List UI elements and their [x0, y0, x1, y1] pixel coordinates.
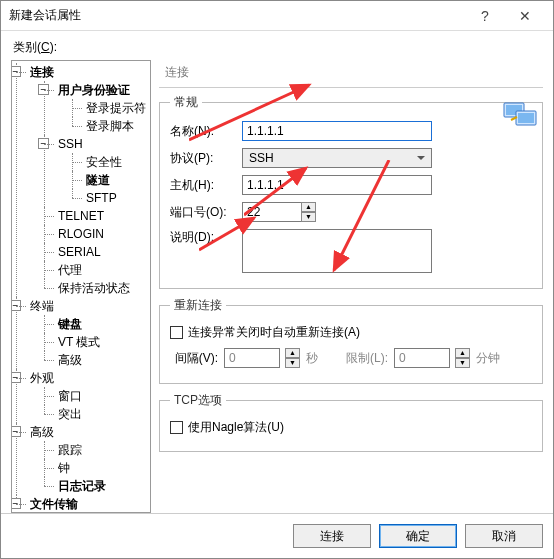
computer-icon	[503, 100, 537, 128]
desc-textarea[interactable]	[242, 229, 432, 273]
port-stepper[interactable]: ▲▼	[301, 202, 316, 222]
chevron-up-icon: ▲	[455, 348, 470, 358]
chevron-down-icon: ▼	[455, 358, 470, 368]
columns: − 连接 − 用户身份验证 登录提示符 登录脚本	[11, 60, 543, 513]
close-icon[interactable]: ✕	[505, 8, 545, 24]
toggle-icon[interactable]: −	[11, 426, 21, 437]
port-label: 端口号(O):	[170, 204, 242, 221]
tree-security[interactable]: 安全性	[86, 155, 122, 169]
svg-rect-3	[518, 113, 534, 123]
toggle-icon[interactable]: −	[38, 138, 49, 149]
tree-serial[interactable]: SERIAL	[58, 245, 101, 259]
tree-appearance[interactable]: 外观	[30, 371, 54, 385]
checkbox-icon	[170, 326, 183, 339]
chevron-up-icon: ▲	[285, 348, 300, 358]
host-label: 主机(H):	[170, 177, 242, 194]
connect-button[interactable]: 连接	[293, 524, 371, 548]
port-input[interactable]	[242, 202, 302, 222]
category-tree-container: − 连接 − 用户身份验证 登录提示符 登录脚本	[11, 60, 151, 513]
general-group: 常规 名称(N): 协议(P): SSH 主机(H): 端口号(O):	[159, 94, 543, 289]
toggle-icon[interactable]: −	[11, 66, 21, 77]
auto-reconnect-checkbox[interactable]: 连接异常关闭时自动重新连接(A)	[170, 324, 360, 341]
dialog-body: 类别(C): − 连接 − 用户身份验证	[1, 31, 553, 513]
tree-telnet[interactable]: TELNET	[58, 209, 104, 223]
settings-panel: 连接	[159, 60, 543, 513]
reconnect-legend: 重新连接	[170, 297, 226, 314]
nagle-checkbox[interactable]: 使用Nagle算法(U)	[170, 419, 284, 436]
tree-highlight[interactable]: 突出	[58, 407, 82, 421]
tree-bell[interactable]: 钟	[58, 461, 70, 475]
toggle-icon[interactable]: −	[11, 498, 21, 509]
limit-label: 限制(L):	[338, 350, 388, 367]
tree-auth[interactable]: 用户身份验证	[58, 83, 130, 97]
panel-header: 连接	[159, 60, 543, 88]
general-legend: 常规	[170, 94, 202, 111]
tree-ssh[interactable]: SSH	[58, 137, 83, 151]
tree-sftp[interactable]: SFTP	[86, 191, 117, 205]
tcp-legend: TCP选项	[170, 392, 226, 409]
tree-window[interactable]: 窗口	[58, 389, 82, 403]
dialog-window: 新建会话属性 ? ✕ 类别(C): − 连接 −	[0, 0, 554, 559]
tcp-group: TCP选项 使用Nagle算法(U)	[159, 392, 543, 452]
tree-trace[interactable]: 跟踪	[58, 443, 82, 457]
tree-logging[interactable]: 日志记录	[58, 479, 106, 493]
tree-login-prompt[interactable]: 登录提示符	[86, 101, 146, 115]
chevron-up-icon: ▲	[301, 202, 316, 212]
tree-transfer[interactable]: 文件传输	[30, 497, 78, 511]
limit-unit: 分钟	[476, 350, 500, 367]
titlebar: 新建会话属性 ? ✕	[1, 1, 553, 31]
toggle-icon[interactable]: −	[11, 372, 21, 383]
limit-input[interactable]	[394, 348, 450, 368]
host-input[interactable]	[242, 175, 432, 195]
tree-vtmode[interactable]: VT 模式	[58, 335, 100, 349]
chevron-down-icon: ▼	[285, 358, 300, 368]
cancel-button[interactable]: 取消	[465, 524, 543, 548]
protocol-label: 协议(P):	[170, 150, 242, 167]
tree-keepalive[interactable]: 保持活动状态	[58, 281, 130, 295]
interval-label: 间隔(V):	[170, 350, 218, 367]
category-label: 类别(C):	[13, 39, 543, 56]
protocol-select[interactable]: SSH	[242, 148, 432, 168]
tree-terminal[interactable]: 终端	[30, 299, 54, 313]
window-title: 新建会话属性	[9, 7, 465, 24]
tree-rlogin[interactable]: RLOGIN	[58, 227, 104, 241]
interval-input[interactable]	[224, 348, 280, 368]
tree-advanced[interactable]: 高级	[30, 425, 54, 439]
toggle-icon[interactable]: −	[38, 84, 49, 95]
category-tree[interactable]: − 连接 − 用户身份验证 登录提示符 登录脚本	[14, 63, 148, 513]
tree-keyboard[interactable]: 键盘	[58, 317, 82, 331]
name-label: 名称(N):	[170, 123, 242, 140]
interval-unit: 秒	[306, 350, 318, 367]
limit-stepper[interactable]: ▲▼	[455, 348, 470, 368]
toggle-icon[interactable]: −	[11, 300, 21, 311]
interval-stepper[interactable]: ▲▼	[285, 348, 300, 368]
tree-connection[interactable]: 连接	[30, 65, 54, 79]
tree-tunnel[interactable]: 隧道	[86, 173, 110, 187]
chevron-down-icon: ▼	[301, 212, 316, 222]
tree-login-script[interactable]: 登录脚本	[86, 119, 134, 133]
desc-label: 说明(D):	[170, 229, 242, 246]
tree-advanced-terminal[interactable]: 高级	[58, 353, 82, 367]
dialog-footer: 连接 确定 取消	[1, 513, 553, 558]
reconnect-group: 重新连接 连接异常关闭时自动重新连接(A) 间隔(V): ▲▼ 秒 限制(L):	[159, 297, 543, 384]
tree-proxy[interactable]: 代理	[58, 263, 82, 277]
name-input[interactable]	[242, 121, 432, 141]
help-icon[interactable]: ?	[465, 8, 505, 24]
ok-button[interactable]: 确定	[379, 524, 457, 548]
checkbox-icon	[170, 421, 183, 434]
